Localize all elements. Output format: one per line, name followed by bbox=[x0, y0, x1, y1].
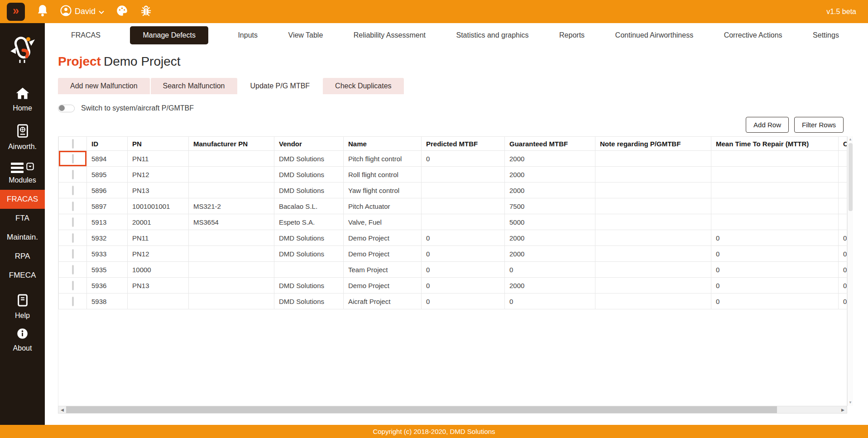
cell-note[interactable] bbox=[595, 246, 711, 262]
modules-dropdown-icon[interactable] bbox=[26, 163, 34, 172]
cell-vendor[interactable]: DMD Solutions bbox=[274, 230, 344, 246]
scroll-down-icon[interactable]: ▼ bbox=[849, 401, 852, 404]
cell-mttr[interactable] bbox=[711, 167, 839, 183]
row-select-cell[interactable] bbox=[59, 151, 87, 167]
cell-co[interactable]: 0 bbox=[839, 294, 848, 309]
cell-mttr[interactable] bbox=[711, 214, 839, 230]
theme-button[interactable] bbox=[116, 5, 128, 19]
row-select-cell[interactable] bbox=[59, 262, 87, 278]
cell-predicted_mtbf[interactable]: 0 bbox=[422, 294, 505, 309]
cell-note[interactable] bbox=[595, 183, 711, 198]
cell-name[interactable]: Demo Project bbox=[344, 246, 422, 262]
cell-name[interactable]: Demo Project bbox=[344, 230, 422, 246]
column-header-manufacturer-pn[interactable]: Manufacturer PN bbox=[189, 137, 274, 151]
cell-co[interactable]: 0 bbox=[839, 246, 848, 262]
cell-guaranteed_mtbf[interactable]: 2000 bbox=[505, 167, 595, 183]
row-checkbox[interactable] bbox=[72, 249, 74, 259]
cell-manufacturer_pn[interactable]: MS3654 bbox=[189, 214, 274, 230]
cell-pn[interactable]: PN13 bbox=[128, 183, 189, 198]
add-row-button[interactable]: Add Row bbox=[746, 117, 789, 133]
cell-guaranteed_mtbf[interactable]: 0 bbox=[505, 262, 595, 278]
cell-guaranteed_mtbf[interactable]: 7500 bbox=[505, 198, 595, 214]
sidebar-item-fta[interactable]: FTA bbox=[0, 209, 45, 228]
cell-pn[interactable]: PN12 bbox=[128, 167, 189, 183]
horizontal-scroll-thumb[interactable] bbox=[66, 406, 777, 413]
nav-item-reports[interactable]: Reports bbox=[558, 29, 585, 42]
nav-item-settings[interactable]: Settings bbox=[812, 29, 840, 42]
sidebar-item-help[interactable]: Help bbox=[0, 294, 45, 320]
cell-pn[interactable]: PN13 bbox=[128, 278, 189, 294]
cell-co[interactable] bbox=[839, 167, 848, 183]
cell-co[interactable] bbox=[839, 183, 848, 198]
filter-rows-button[interactable]: Filter Rows bbox=[794, 117, 844, 133]
cell-note[interactable] bbox=[595, 278, 711, 294]
row-checkbox[interactable] bbox=[72, 186, 74, 195]
cell-mttr[interactable]: 0 bbox=[711, 230, 839, 246]
row-select-cell[interactable] bbox=[59, 278, 87, 294]
cell-guaranteed_mtbf[interactable]: 5000 bbox=[505, 214, 595, 230]
cell-mttr[interactable]: 0 bbox=[711, 262, 839, 278]
cell-pn[interactable]: 20001 bbox=[128, 214, 189, 230]
nav-item-inputs[interactable]: Inputs bbox=[237, 29, 259, 42]
cell-id[interactable]: 5897 bbox=[87, 198, 128, 214]
cell-co[interactable]: 0 bbox=[839, 262, 848, 278]
notifications-button[interactable] bbox=[37, 5, 48, 19]
cell-pn[interactable]: PN11 bbox=[128, 230, 189, 246]
scroll-up-icon[interactable]: ▲ bbox=[849, 138, 852, 141]
column-header-guaranteed-mtbf[interactable]: Guaranteed MTBF bbox=[505, 137, 595, 151]
cell-predicted_mtbf[interactable] bbox=[422, 214, 505, 230]
cell-predicted_mtbf[interactable] bbox=[422, 167, 505, 183]
row-select-cell[interactable] bbox=[59, 246, 87, 262]
row-select-cell[interactable] bbox=[59, 214, 87, 230]
cell-pn[interactable]: 1001001001 bbox=[128, 198, 189, 214]
row-checkbox[interactable] bbox=[72, 281, 74, 290]
cell-manufacturer_pn[interactable] bbox=[189, 246, 274, 262]
cell-manufacturer_pn[interactable]: MS321-2 bbox=[189, 198, 274, 214]
cell-id[interactable]: 5935 bbox=[87, 262, 128, 278]
cell-name[interactable]: Pitch flight control bbox=[344, 151, 422, 167]
nav-item-fracas[interactable]: FRACAS bbox=[70, 29, 101, 42]
cell-note[interactable] bbox=[595, 151, 711, 167]
cell-predicted_mtbf[interactable]: 0 bbox=[422, 262, 505, 278]
sidebar-item-fmeca[interactable]: FMECA bbox=[0, 266, 45, 285]
cell-mttr[interactable]: 0 bbox=[711, 278, 839, 294]
column-header-pn[interactable]: PN bbox=[128, 137, 189, 151]
select-all-checkbox[interactable] bbox=[72, 139, 74, 149]
cell-name[interactable]: Team Project bbox=[344, 262, 422, 278]
cell-name[interactable]: Demo Project bbox=[344, 278, 422, 294]
scroll-right-icon[interactable]: ▶ bbox=[839, 408, 847, 412]
cell-predicted_mtbf[interactable]: 0 bbox=[422, 278, 505, 294]
cell-mttr[interactable] bbox=[711, 183, 839, 198]
cell-guaranteed_mtbf[interactable]: 2000 bbox=[505, 183, 595, 198]
cell-pn[interactable]: PN11 bbox=[128, 151, 189, 167]
nav-item-statistics-and-graphics[interactable]: Statistics and graphics bbox=[455, 29, 529, 42]
debug-button[interactable] bbox=[140, 5, 152, 19]
row-select-cell[interactable] bbox=[59, 230, 87, 246]
cell-vendor[interactable]: Bacalao S.L. bbox=[274, 198, 344, 214]
column-header-note-regarding-p-gmtbf[interactable]: Note regarding P/GMTBF bbox=[595, 137, 711, 151]
cell-id[interactable]: 5895 bbox=[87, 167, 128, 183]
horizontal-scrollbar[interactable]: ◀ ▶ bbox=[58, 406, 847, 414]
tab-add-new-malfunction[interactable]: Add new Malfunction bbox=[58, 78, 150, 94]
cell-id[interactable]: 5896 bbox=[87, 183, 128, 198]
cell-note[interactable] bbox=[595, 214, 711, 230]
row-select-cell[interactable] bbox=[59, 167, 87, 183]
cell-note[interactable] bbox=[595, 167, 711, 183]
cell-id[interactable]: 5933 bbox=[87, 246, 128, 262]
cell-manufacturer_pn[interactable] bbox=[189, 183, 274, 198]
cell-mttr[interactable] bbox=[711, 198, 839, 214]
row-checkbox[interactable] bbox=[72, 265, 74, 274]
select-all-header[interactable] bbox=[59, 137, 87, 151]
tab-check-duplicates[interactable]: Check Duplicates bbox=[323, 78, 404, 94]
cell-name[interactable]: Pitch Actuator bbox=[344, 198, 422, 214]
cell-vendor[interactable]: Espeto S.A. bbox=[274, 214, 344, 230]
cell-co[interactable] bbox=[839, 151, 848, 167]
tab-search-malfunction[interactable]: Search Malfunction bbox=[151, 78, 237, 94]
cell-pn[interactable]: PN12 bbox=[128, 246, 189, 262]
row-select-cell[interactable] bbox=[59, 294, 87, 309]
cell-predicted_mtbf[interactable] bbox=[422, 183, 505, 198]
cell-guaranteed_mtbf[interactable]: 2000 bbox=[505, 230, 595, 246]
cell-guaranteed_mtbf[interactable]: 0 bbox=[505, 294, 595, 309]
sidebar-item-fracas[interactable]: FRACAS bbox=[0, 190, 45, 209]
tab-update-p-g-mtbf[interactable]: Update P/G MTBF bbox=[238, 78, 322, 94]
